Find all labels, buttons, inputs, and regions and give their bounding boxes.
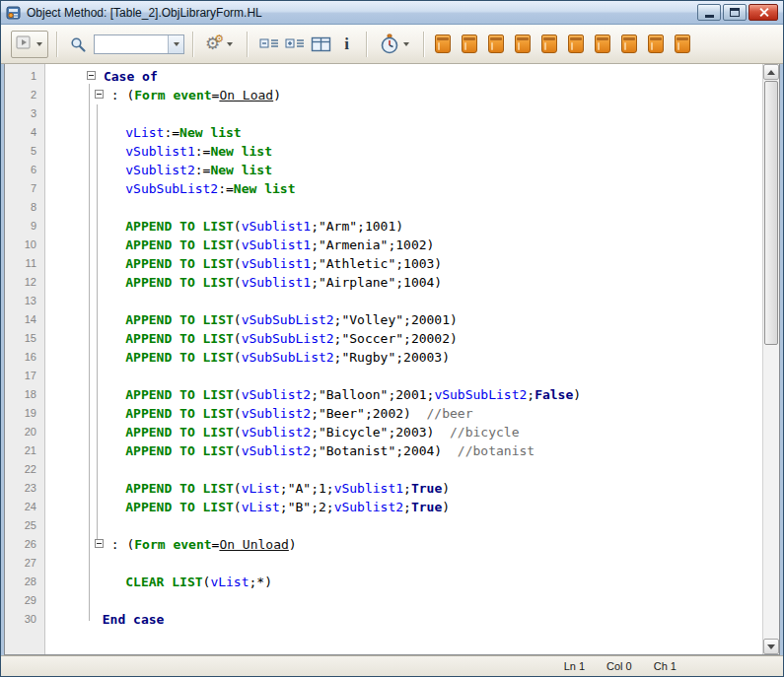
line-number[interactable]: 21 — [5, 441, 44, 460]
code-line[interactable]: 6 vSublist2:=New list — [5, 161, 762, 179]
close-button[interactable] — [748, 4, 778, 21]
clipboard-8-icon[interactable] — [621, 34, 637, 53]
line-number[interactable]: 9 — [5, 217, 44, 236]
code-text[interactable] — [44, 554, 48, 573]
code-line[interactable]: 1 Case of — [5, 67, 762, 86]
vertical-scrollbar[interactable] — [762, 64, 779, 654]
maximize-button[interactable] — [723, 4, 747, 21]
line-number[interactable]: 30 — [5, 610, 44, 629]
line-number[interactable]: 14 — [5, 310, 44, 329]
expand-all-button[interactable] — [282, 31, 308, 58]
code-line[interactable]: 3 — [5, 104, 762, 123]
search-dropdown-button[interactable] — [168, 35, 183, 53]
code-text[interactable] — [44, 516, 48, 535]
timer-button[interactable] — [376, 31, 415, 58]
run-dropdown-icon[interactable] — [36, 42, 42, 46]
code-text[interactable]: APPEND TO LIST(vSubSubList2;"Soccer";200… — [44, 329, 458, 348]
code-line[interactable]: 2 : (Form event=On Load) — [5, 86, 762, 104]
info-button[interactable]: i — [335, 31, 358, 58]
clipboard-5-icon[interactable] — [541, 34, 557, 53]
code-line[interactable]: 10 APPEND TO LIST(vSublist1;"Armenia";10… — [5, 236, 762, 254]
code-text[interactable]: CLEAR LIST(vList;*) — [44, 573, 272, 591]
titlebar[interactable]: Object Method: [Table_2].ObjLibraryForm.… — [1, 1, 783, 25]
line-number[interactable]: 16 — [5, 348, 44, 367]
fold-collapse-icon[interactable] — [87, 71, 96, 80]
line-number[interactable]: 1 — [5, 67, 44, 86]
code-line[interactable]: 13 — [5, 292, 762, 310]
code-text[interactable]: APPEND TO LIST(vSubSubList2;"Rugby";2000… — [44, 348, 450, 367]
clipboard-2-icon[interactable] — [462, 34, 477, 53]
clipboard-1-icon[interactable] — [435, 34, 451, 53]
code-text[interactable] — [44, 198, 48, 217]
code-line[interactable]: 16 APPEND TO LIST(vSubSubList2;"Rugby";2… — [5, 348, 762, 367]
line-number[interactable]: 25 — [5, 516, 44, 535]
code-text[interactable]: APPEND TO LIST(vSublist2;"Balloon";2001;… — [44, 385, 581, 404]
code-line[interactable]: 7 vSubSubList2:=New list — [5, 179, 762, 198]
code-line[interactable]: 20 APPEND TO LIST(vSublist2;"Bicycle";20… — [5, 423, 762, 441]
scroll-up-button[interactable] — [763, 64, 779, 80]
line-number[interactable]: 8 — [5, 198, 44, 217]
line-number[interactable]: 2 — [5, 86, 44, 104]
code-line[interactable]: 18 APPEND TO LIST(vSublist2;"Balloon";20… — [5, 385, 762, 404]
line-number[interactable]: 4 — [5, 123, 44, 142]
code-text[interactable]: APPEND TO LIST(vSubSubList2;"Volley";200… — [44, 310, 458, 329]
clipboard-9-icon[interactable] — [648, 34, 664, 53]
run-method-button[interactable] — [11, 31, 48, 58]
code-text[interactable]: vList:=New list — [44, 123, 242, 142]
code-text[interactable]: End case — [44, 610, 164, 629]
search-input[interactable] — [95, 35, 168, 53]
code-line[interactable]: 22 — [5, 460, 762, 479]
line-number[interactable]: 7 — [5, 179, 44, 198]
code-text[interactable]: vSublist1:=New list — [44, 142, 272, 161]
code-line[interactable]: 23 APPEND TO LIST(vList;"A";1;vSublist1;… — [5, 479, 762, 498]
code-text[interactable]: APPEND TO LIST(vSublist2;"Bicycle";2003)… — [44, 423, 519, 441]
fold-collapse-icon[interactable] — [95, 539, 104, 548]
code-text[interactable] — [44, 460, 48, 479]
line-number[interactable]: 28 — [5, 573, 44, 591]
code-line[interactable]: 9 APPEND TO LIST(vSublist1;"Arm";1001) — [5, 217, 762, 236]
scrollbar-thumb[interactable] — [764, 81, 778, 345]
line-number[interactable]: 22 — [5, 460, 44, 479]
code-line[interactable]: 24 APPEND TO LIST(vList;"B";2;vSublist2;… — [5, 498, 762, 516]
code-line[interactable]: 30 End case — [5, 610, 762, 629]
code-text[interactable]: : (Form event=On Unload) — [44, 535, 297, 554]
minimize-button[interactable] — [697, 4, 721, 21]
collapse-all-button[interactable] — [256, 31, 282, 58]
code-text[interactable]: APPEND TO LIST(vSublist1;"Arm";1001) — [44, 217, 403, 236]
code-text[interactable] — [44, 367, 48, 385]
clipboard-3-icon[interactable] — [488, 34, 504, 53]
line-number[interactable]: 15 — [5, 329, 44, 348]
code-line[interactable]: 11 APPEND TO LIST(vSublist1;"Athletic";1… — [5, 254, 762, 273]
line-number[interactable]: 11 — [5, 254, 44, 273]
clipboard-10-icon[interactable] — [675, 34, 690, 53]
code-text[interactable]: APPEND TO LIST(vSublist1;"Airplane";1004… — [44, 273, 442, 292]
line-number[interactable]: 23 — [5, 479, 44, 498]
code-line[interactable]: 5 vSublist1:=New list — [5, 142, 762, 161]
code-line[interactable]: 14 APPEND TO LIST(vSubSubList2;"Volley";… — [5, 310, 762, 329]
code-line[interactable]: 12 APPEND TO LIST(vSublist1;"Airplane";1… — [5, 273, 762, 292]
code-line[interactable]: 28 CLEAR LIST(vList;*) — [5, 573, 762, 591]
line-number[interactable]: 13 — [5, 292, 44, 310]
code-line[interactable]: 27 — [5, 554, 762, 573]
line-number[interactable]: 10 — [5, 236, 44, 254]
line-number[interactable]: 26 — [5, 535, 44, 554]
line-number[interactable]: 19 — [5, 404, 44, 423]
code-text[interactable]: Case of — [44, 67, 158, 86]
line-number[interactable]: 17 — [5, 367, 44, 385]
code-line[interactable]: 29 — [5, 591, 762, 610]
code-text[interactable] — [44, 591, 48, 610]
code-line[interactable]: 19 APPEND TO LIST(vSublist2;"Beer";2002)… — [5, 404, 762, 423]
code-line[interactable]: 4 vList:=New list — [5, 123, 762, 142]
clipboard-6-icon[interactable] — [568, 34, 584, 53]
line-number[interactable]: 12 — [5, 273, 44, 292]
method-columns-button[interactable] — [308, 31, 335, 58]
scroll-down-button[interactable] — [763, 639, 779, 654]
code-line[interactable]: 8 — [5, 198, 762, 217]
code-text[interactable]: : (Form event=On Load) — [44, 86, 281, 104]
code-text[interactable]: APPEND TO LIST(vSublist2;"Beer";2002) //… — [44, 404, 473, 423]
code-line[interactable]: 26 : (Form event=On Unload) — [5, 535, 762, 554]
code-text[interactable]: APPEND TO LIST(vSublist1;"Armenia";1002) — [44, 236, 434, 254]
line-number[interactable]: 6 — [5, 161, 44, 179]
code-text[interactable]: APPEND TO LIST(vList;"B";2;vSublist2;Tru… — [44, 498, 450, 516]
macros-button[interactable]: ⚙ ⚙ — [202, 31, 239, 58]
